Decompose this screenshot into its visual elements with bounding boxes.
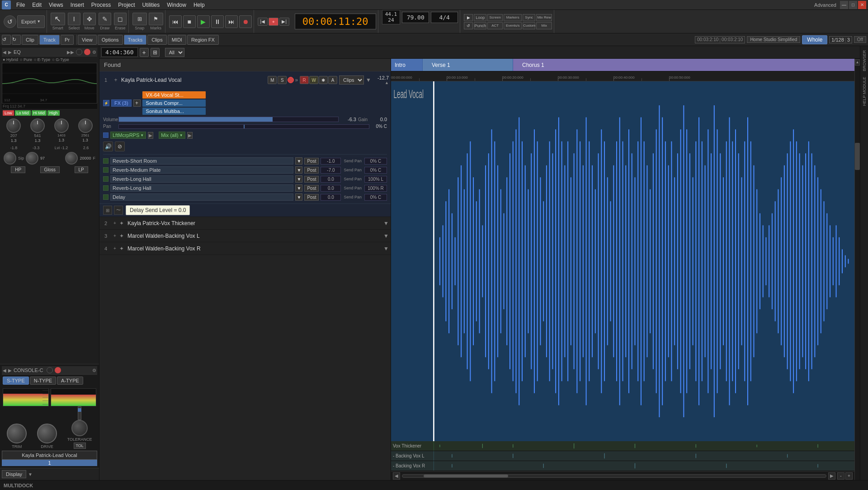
send-post-1[interactable]: Post [304, 158, 319, 165]
menu-project[interactable]: Project [114, 1, 138, 9]
vscroll-up-button[interactable]: ▲ [855, 59, 860, 66]
send-level-4[interactable]: 0.0 [321, 185, 341, 192]
send-pan-2[interactable]: 0% C [364, 167, 387, 174]
console-power[interactable] [47, 367, 53, 373]
next-marker-button[interactable]: ▶| [279, 18, 289, 26]
undo2-button[interactable]: ↺ [2, 35, 11, 45]
track4-arrow[interactable]: ▼ [383, 245, 389, 252]
eq-nav-prev[interactable]: ◀ [3, 50, 6, 55]
track-item-3[interactable]: 3 + ✦ Marcel Walden-Backing Vox L ▼ [99, 230, 391, 242]
send-name-1[interactable]: Reverb-Short Room [110, 157, 293, 165]
browser-tab[interactable]: BROWSER [861, 48, 868, 74]
snap-value-display[interactable]: 1/128 [831, 37, 844, 42]
track1-waveform-icon[interactable]: 〜 [114, 206, 123, 215]
band-high-button[interactable]: High [47, 110, 60, 116]
play-from-start-button[interactable]: ▶ [464, 14, 473, 21]
mix-select[interactable]: Mix (all) ▼ [159, 132, 185, 139]
tab-midi[interactable]: MIDI [168, 35, 186, 45]
send-icon-3[interactable] [103, 176, 108, 182]
vscroll-thumb[interactable] [855, 143, 860, 170]
send-level-1[interactable]: -1.0 [321, 158, 341, 165]
smart-tool-button[interactable]: ↖ [51, 13, 65, 25]
maximize-button[interactable]: □ [849, 1, 857, 9]
eq-small-knob-2[interactable] [26, 152, 38, 165]
mix-rew-btn[interactable]: Mix Rew [536, 14, 552, 21]
bus-arrow[interactable]: ▶ [148, 132, 153, 139]
snap-count-display[interactable]: 3 [847, 37, 850, 42]
track1-r-button[interactable]: R [300, 76, 309, 84]
eq-knob-1[interactable] [6, 118, 21, 133]
vertical-scrollbar[interactable]: ▲ ▼ [854, 59, 860, 480]
gloss-button[interactable]: Gloss [40, 166, 60, 173]
console-settings[interactable]: ⚙ [92, 368, 96, 373]
select-tool-button[interactable]: I [68, 13, 80, 25]
fast-forward-button[interactable]: ⏭ [225, 15, 238, 28]
custom-btn[interactable]: Custom [523, 22, 535, 29]
timeline-next-button[interactable]: ▶ [828, 472, 835, 480]
send-dropdown-5[interactable]: ▼ [295, 193, 302, 201]
band-himid-button[interactable]: Hi Mid [32, 110, 47, 116]
eq-expand[interactable]: ▶▶ [67, 50, 74, 55]
bus-select[interactable]: LftMcrpRPS ▼ [110, 132, 146, 139]
add-icon-1[interactable]: + [112, 76, 119, 84]
send-pan-3[interactable]: 100% L [364, 176, 387, 183]
lp-button[interactable]: LP [75, 166, 88, 173]
console-active-led[interactable] [55, 367, 61, 373]
send-post-4[interactable]: Post [304, 185, 319, 192]
loop-button[interactable]: ● [269, 18, 278, 26]
act-btn[interactable]: ACT [487, 22, 503, 29]
eq-active-led[interactable] [84, 49, 90, 55]
e-type-radio[interactable]: ○ E-Type [34, 57, 50, 62]
send-dropdown-2[interactable]: ▼ [295, 166, 302, 174]
redo-button[interactable]: ↻ [12, 35, 21, 45]
menu-process[interactable]: Process [88, 1, 114, 9]
loop-section-button[interactable]: ↺ [464, 22, 473, 29]
track1-star-button[interactable]: ✱ [319, 76, 328, 84]
track1-arrow-button[interactable]: » [295, 77, 298, 83]
menu-insert[interactable]: Insert [67, 1, 88, 9]
timeline-scrollbar[interactable] [402, 474, 826, 478]
whole-mode-button[interactable]: Whole [802, 35, 827, 44]
track3-arrow[interactable]: ▼ [383, 233, 389, 239]
minimize-button[interactable]: — [840, 1, 848, 9]
events-btn[interactable]: Events/s [504, 22, 522, 29]
stop-button[interactable]: ■ [183, 15, 196, 28]
track1-s-button[interactable]: S [278, 76, 287, 84]
send-name-5[interactable]: Delay [110, 193, 293, 201]
sync-btn[interactable]: Sync [523, 14, 535, 21]
track4-expand[interactable]: + [112, 246, 118, 251]
tab-tracks[interactable]: Tracks [124, 35, 147, 45]
eq-small-knob-3[interactable] [65, 152, 78, 165]
send-icon-1[interactable] [103, 158, 108, 164]
fx-plugin-2[interactable]: Sonitus Compr... [142, 99, 206, 107]
time-sig-display[interactable]: 4/4 [431, 12, 458, 23]
pan-slider[interactable] [118, 124, 369, 129]
prev-marker-button[interactable]: |◀ [258, 18, 268, 26]
send-icon-2[interactable] [103, 167, 108, 173]
punch-btn[interactable]: Punch [474, 22, 486, 29]
zoom-in-button[interactable]: + [845, 472, 853, 480]
stype-button[interactable]: S-TYPE [3, 377, 29, 385]
send-icon-5[interactable] [103, 194, 108, 200]
track-item-2[interactable]: 2 + ✦ Kayla Patrick-Vox Thickener ▼ [99, 217, 391, 230]
send-level-2[interactable]: -7.0 [321, 167, 341, 174]
g-type-radio[interactable]: ○ G-Type [52, 57, 69, 62]
mix-btn[interactable]: Mix [536, 22, 552, 29]
tol-button[interactable]: TOL [74, 443, 86, 449]
track1-icon-1[interactable]: ⊞ [103, 206, 112, 215]
atype-button[interactable]: A-TYPE [57, 377, 83, 385]
menu-utilities[interactable]: Utilities [139, 1, 164, 9]
send-level-5[interactable]: 0.0 [321, 194, 341, 201]
loop-btn[interactable]: Loop [474, 14, 486, 21]
add-track-button[interactable]: + [140, 48, 149, 57]
menu-views[interactable]: Views [45, 1, 67, 9]
screen-btn[interactable]: Screen [487, 14, 503, 21]
record-button[interactable]: ⏺ [239, 15, 252, 28]
filter-select[interactable]: All [165, 48, 184, 57]
fx-add-button[interactable]: + [133, 99, 141, 107]
console-prev[interactable]: ◀ [3, 368, 6, 373]
export-button[interactable]: Export ▼ [17, 15, 45, 28]
track-mode-btn[interactable]: Track [39, 35, 60, 45]
speaker-icon-button[interactable]: 🔊 [103, 141, 113, 151]
eq-nav-next[interactable]: ▶ [8, 50, 12, 55]
